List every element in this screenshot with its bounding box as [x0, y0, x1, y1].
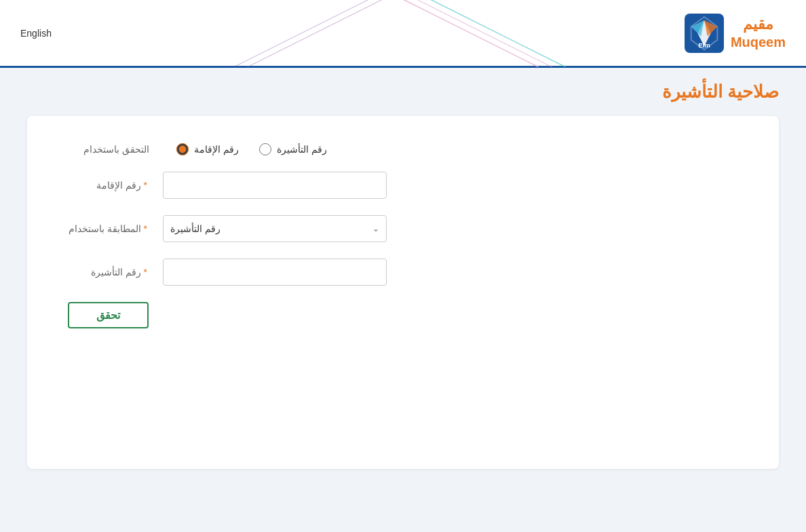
visa-number-row: * رقم التأشيرة: [68, 259, 738, 286]
elm-logo: Elm: [685, 14, 724, 53]
match-method-row: ⌄ رقم التأشيرة * المطابقة باستخدام: [68, 215, 738, 242]
match-label: * المطابقة باستخدام: [68, 223, 149, 234]
main-card: رقم التأشيرة رقم الإقامة التحقق باستخدام…: [27, 116, 779, 469]
iqama-label: * رقم الإقامة: [68, 180, 149, 191]
iqama-number-row: * رقم الإقامة: [68, 172, 738, 199]
match-required-star: *: [144, 223, 147, 234]
visa-number-label: * رقم التأشيرة: [68, 267, 149, 278]
visa-number-input[interactable]: [163, 259, 387, 286]
iqama-number-input[interactable]: [163, 172, 387, 199]
radio-options: رقم التأشيرة رقم الإقامة: [176, 143, 327, 155]
radio-visa-input[interactable]: [259, 143, 271, 155]
match-select[interactable]: ⌄ رقم التأشيرة: [163, 215, 387, 242]
chevron-down-icon: ⌄: [372, 224, 379, 233]
visa-required-star: *: [144, 267, 147, 278]
svg-line-2: [247, 0, 383, 67]
radio-visa-option[interactable]: رقم التأشيرة: [259, 143, 327, 155]
svg-line-0: [403, 0, 539, 67]
svg-line-3: [233, 0, 369, 67]
verify-by-label: التحقق باستخدام: [68, 144, 149, 155]
svg-line-1: [417, 0, 552, 67]
decorative-lines: [233, 0, 573, 67]
logo-area: مقيم Muqeem Elm: [685, 14, 786, 53]
language-switch[interactable]: English: [20, 28, 52, 39]
muqeem-logo: مقيم Muqeem: [731, 16, 786, 50]
verify-method-row: رقم التأشيرة رقم الإقامة التحقق باستخدام: [68, 143, 738, 155]
iqama-required-star: *: [144, 180, 147, 191]
verify-button-row: تحقق: [68, 302, 738, 328]
radio-visa-label: رقم التأشيرة: [277, 144, 327, 155]
muqeem-arabic-text: مقيم: [731, 16, 786, 33]
radio-iqama-option[interactable]: رقم الإقامة: [176, 143, 239, 155]
page-title-bar: صلاحية التأشيرة: [0, 68, 806, 116]
svg-line-4: [430, 0, 566, 67]
radio-iqama-label: رقم الإقامة: [194, 144, 239, 155]
match-select-value: رقم التأشيرة: [170, 223, 220, 234]
header: English مقيم Muqeem Elm: [0, 0, 806, 68]
page-title: صلاحية التأشيرة: [27, 81, 779, 102]
verify-button[interactable]: تحقق: [68, 302, 149, 328]
radio-iqama-input[interactable]: [176, 143, 189, 155]
svg-text:Elm: Elm: [698, 41, 710, 49]
muqeem-english-text: Muqeem: [731, 34, 786, 50]
